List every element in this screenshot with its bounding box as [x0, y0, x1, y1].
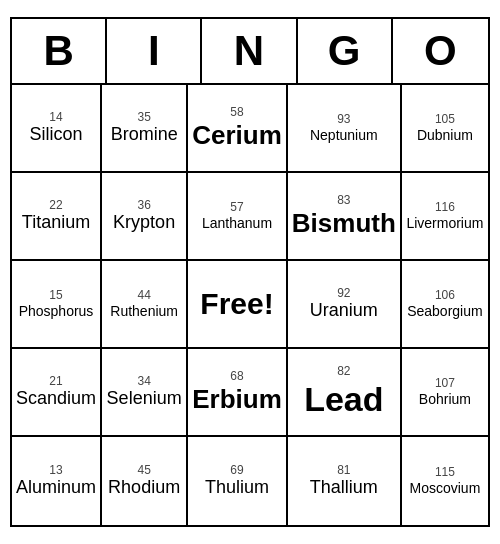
cell-number: 82	[337, 364, 350, 378]
cell-element-name: Dubnium	[417, 127, 473, 144]
cell-element-name: Lead	[304, 379, 383, 420]
bingo-header: BINGO	[12, 19, 488, 85]
header-letter: O	[393, 19, 488, 83]
bingo-cell: 44Ruthenium	[102, 261, 188, 349]
cell-number: 34	[137, 374, 150, 388]
cell-element-name: Uranium	[310, 300, 378, 322]
cell-element-name: Lanthanum	[202, 215, 272, 232]
bingo-cell: 58Cerium	[188, 85, 288, 173]
bingo-cell: 34Selenium	[102, 349, 188, 437]
cell-number: 35	[137, 110, 150, 124]
bingo-cell: 92Uranium	[288, 261, 402, 349]
bingo-grid: 14Silicon35Bromine58Cerium93Neptunium105…	[12, 85, 488, 525]
cell-element-name: Silicon	[30, 124, 83, 146]
cell-element-name: Bismuth	[292, 208, 396, 239]
header-letter: G	[298, 19, 393, 83]
cell-number: 15	[49, 288, 62, 302]
cell-element-name: Neptunium	[310, 127, 378, 144]
cell-number: 106	[435, 288, 455, 302]
header-letter: B	[12, 19, 107, 83]
bingo-cell: 82Lead	[288, 349, 402, 437]
cell-number: 13	[49, 463, 62, 477]
cell-number: 44	[137, 288, 150, 302]
bingo-cell: 83Bismuth	[288, 173, 402, 261]
cell-number: 36	[137, 198, 150, 212]
cell-number: 45	[137, 463, 150, 477]
bingo-cell: 35Bromine	[102, 85, 188, 173]
cell-number: 69	[230, 463, 243, 477]
cell-element-name: Cerium	[192, 120, 282, 151]
cell-number: 92	[337, 286, 350, 300]
cell-element-name: Selenium	[107, 388, 182, 410]
bingo-cell: 106Seaborgium	[402, 261, 488, 349]
bingo-cell: 14Silicon	[12, 85, 102, 173]
cell-free-label: Free!	[200, 287, 273, 321]
bingo-cell: 21Scandium	[12, 349, 102, 437]
bingo-card: BINGO 14Silicon35Bromine58Cerium93Neptun…	[10, 17, 490, 527]
bingo-cell: 15Phosphorus	[12, 261, 102, 349]
bingo-cell: 81Thallium	[288, 437, 402, 525]
cell-number: 58	[230, 105, 243, 119]
cell-element-name: Seaborgium	[407, 303, 483, 320]
cell-number: 83	[337, 193, 350, 207]
cell-element-name: Livermorium	[406, 215, 483, 232]
header-letter: N	[202, 19, 297, 83]
cell-element-name: Ruthenium	[110, 303, 178, 320]
cell-number: 81	[337, 463, 350, 477]
bingo-cell: 68Erbium	[188, 349, 288, 437]
cell-element-name: Aluminum	[16, 477, 96, 499]
cell-number: 21	[49, 374, 62, 388]
cell-element-name: Thulium	[205, 477, 269, 499]
cell-element-name: Bohrium	[419, 391, 471, 408]
bingo-cell: Free!	[188, 261, 288, 349]
bingo-cell: 22Titanium	[12, 173, 102, 261]
cell-number: 107	[435, 376, 455, 390]
cell-element-name: Moscovium	[410, 480, 481, 497]
cell-element-name: Bromine	[111, 124, 178, 146]
bingo-cell: 115Moscovium	[402, 437, 488, 525]
cell-number: 115	[435, 465, 455, 479]
cell-number: 68	[230, 369, 243, 383]
bingo-cell: 116Livermorium	[402, 173, 488, 261]
cell-element-name: Rhodium	[108, 477, 180, 499]
bingo-cell: 107Bohrium	[402, 349, 488, 437]
cell-number: 57	[230, 200, 243, 214]
bingo-cell: 105Dubnium	[402, 85, 488, 173]
cell-number: 22	[49, 198, 62, 212]
bingo-cell: 57Lanthanum	[188, 173, 288, 261]
bingo-cell: 93Neptunium	[288, 85, 402, 173]
cell-element-name: Erbium	[192, 384, 282, 415]
cell-number: 116	[435, 200, 455, 214]
cell-number: 14	[49, 110, 62, 124]
header-letter: I	[107, 19, 202, 83]
cell-element-name: Krypton	[113, 212, 175, 234]
cell-element-name: Phosphorus	[19, 303, 94, 320]
cell-number: 105	[435, 112, 455, 126]
cell-element-name: Thallium	[310, 477, 378, 499]
cell-number: 93	[337, 112, 350, 126]
cell-element-name: Scandium	[16, 388, 96, 410]
bingo-cell: 13Aluminum	[12, 437, 102, 525]
cell-element-name: Titanium	[22, 212, 90, 234]
bingo-cell: 36Krypton	[102, 173, 188, 261]
bingo-cell: 69Thulium	[188, 437, 288, 525]
bingo-cell: 45Rhodium	[102, 437, 188, 525]
